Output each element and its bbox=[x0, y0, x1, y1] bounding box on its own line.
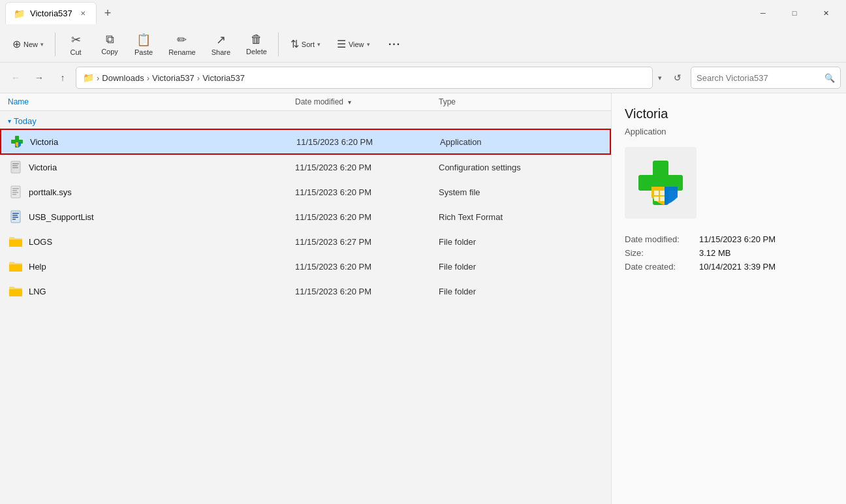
file-row-logs[interactable]: LOGS 11/15/2023 6:27 PM File folder bbox=[0, 229, 611, 254]
col-type-header[interactable]: Type bbox=[439, 97, 603, 106]
refresh-button[interactable]: ↺ bbox=[667, 67, 688, 88]
cut-button[interactable]: ✂ Cut bbox=[59, 28, 92, 61]
file-type-usb: Rich Text Format bbox=[439, 212, 603, 222]
new-tab-button[interactable]: + bbox=[99, 4, 117, 23]
svg-rect-3 bbox=[12, 163, 19, 165]
cfg-file-icon bbox=[9, 161, 22, 174]
more-label: ··· bbox=[388, 39, 401, 50]
file-date-logs: 11/15/2023 6:27 PM bbox=[295, 237, 439, 247]
separator-1 bbox=[55, 33, 55, 56]
rtf-file-icon bbox=[9, 210, 22, 223]
new-button[interactable]: ⊕ New ▾ bbox=[5, 33, 51, 55]
file-type-victoria-cfg: Configuration settings bbox=[439, 163, 603, 172]
file-type-porttalk: System file bbox=[439, 187, 603, 197]
address-dropdown-button[interactable]: ▾ bbox=[655, 74, 665, 82]
col-date-header[interactable]: Date modified ▾ bbox=[295, 97, 439, 106]
svg-rect-18 bbox=[654, 191, 659, 195]
main-content: Name Date modified ▾ Type ▾ Today bbox=[0, 93, 846, 504]
search-input[interactable] bbox=[697, 73, 822, 83]
breadcrumb-victoria537-2[interactable]: Victoria537 bbox=[202, 73, 245, 83]
file-name-usb: USB_SupportList bbox=[29, 212, 295, 222]
minimize-button[interactable]: ─ bbox=[748, 3, 778, 24]
file-type-victoria-app: Application bbox=[440, 137, 602, 147]
detail-info: Date modified: 11/15/2023 6:20 PM Size: … bbox=[625, 234, 833, 272]
sort-button[interactable]: ⇅ Sort ▾ bbox=[283, 33, 328, 55]
tab-close-button[interactable]: ✕ bbox=[78, 8, 88, 18]
up-button[interactable]: ↑ bbox=[52, 67, 73, 88]
breadcrumb-sep-3: › bbox=[197, 73, 200, 83]
file-row-porttalk[interactable]: porttalk.sys 11/15/2023 6:20 PM System f… bbox=[0, 180, 611, 204]
close-button[interactable]: ✕ bbox=[811, 3, 841, 24]
detail-icon-box bbox=[625, 147, 697, 219]
folder-icon-lng bbox=[8, 285, 23, 297]
file-icon-help bbox=[8, 259, 24, 274]
forward-button[interactable]: → bbox=[29, 67, 50, 88]
rename-button[interactable]: ✏ Rename bbox=[161, 28, 203, 61]
rename-label: Rename bbox=[168, 48, 196, 56]
sort-icon: ⇅ bbox=[290, 38, 299, 50]
file-icon-logs bbox=[8, 234, 24, 249]
detail-row-size: Size: 3.12 MB bbox=[625, 248, 833, 258]
file-type-logs: File folder bbox=[439, 237, 603, 247]
more-button[interactable]: ··· bbox=[379, 34, 411, 55]
file-row-victoria-cfg[interactable]: Victoria 11/15/2023 6:20 PM Configuratio… bbox=[0, 155, 611, 180]
group-today-header[interactable]: ▾ Today bbox=[0, 111, 611, 129]
file-icon-victoria-cfg bbox=[8, 159, 24, 175]
svg-rect-13 bbox=[12, 215, 18, 216]
breadcrumb-victoria537-1[interactable]: Victoria537 bbox=[152, 73, 195, 83]
file-type-help: File folder bbox=[439, 262, 603, 272]
share-icon: ↗ bbox=[216, 33, 226, 47]
detail-row-date-created: Date created: 10/14/2021 3:39 PM bbox=[625, 262, 833, 272]
title-bar-controls: ─ □ ✕ bbox=[748, 3, 841, 24]
file-name-help: Help bbox=[29, 262, 295, 272]
paste-button[interactable]: 📋 Paste bbox=[127, 28, 160, 61]
title-bar-left: 📁 Victoria537 ✕ + bbox=[5, 2, 116, 24]
svg-rect-10 bbox=[12, 194, 16, 195]
breadcrumb-downloads[interactable]: Downloads bbox=[102, 73, 144, 83]
view-button[interactable]: ☰ View ▾ bbox=[330, 33, 377, 55]
back-button[interactable]: ← bbox=[5, 67, 26, 88]
svg-rect-12 bbox=[12, 213, 19, 214]
folder-icon-logs bbox=[8, 236, 23, 247]
tab-folder-icon: 📁 bbox=[14, 8, 25, 19]
file-date-victoria-app: 11/15/2023 6:20 PM bbox=[296, 137, 440, 147]
group-chevron-icon: ▾ bbox=[8, 118, 11, 125]
col-type-label: Type bbox=[439, 97, 456, 106]
paste-label: Paste bbox=[134, 48, 153, 56]
separator-2 bbox=[278, 33, 279, 56]
file-row-help[interactable]: Help 11/15/2023 6:20 PM File folder bbox=[0, 254, 611, 279]
file-row-victoria-app[interactable]: Victoria 11/15/2023 6:20 PM Application bbox=[0, 129, 611, 155]
column-headers: Name Date modified ▾ Type bbox=[0, 93, 611, 111]
share-label: Share bbox=[212, 48, 230, 56]
maximize-button[interactable]: □ bbox=[779, 3, 809, 24]
detail-date-modified-value: 11/15/2023 6:20 PM bbox=[699, 234, 776, 244]
tab-victoria537[interactable]: 📁 Victoria537 ✕ bbox=[5, 2, 97, 24]
svg-rect-15 bbox=[12, 219, 16, 220]
copy-icon: ⧉ bbox=[106, 33, 114, 46]
sort-label: Sort bbox=[302, 40, 315, 48]
breadcrumb-folder-icon: 📁 bbox=[83, 72, 94, 83]
detail-size-label: Size: bbox=[625, 248, 697, 258]
copy-button[interactable]: ⧉ Copy bbox=[93, 28, 126, 60]
col-name-header[interactable]: Name bbox=[8, 97, 295, 106]
svg-rect-21 bbox=[660, 197, 665, 201]
file-name-victoria-app: Victoria bbox=[30, 137, 296, 147]
file-row-lng[interactable]: LNG 11/15/2023 6:20 PM File folder bbox=[0, 279, 611, 304]
search-icon[interactable]: 🔍 bbox=[824, 73, 835, 83]
file-date-lng: 11/15/2023 6:20 PM bbox=[295, 287, 439, 296]
cut-icon: ✂ bbox=[71, 33, 81, 47]
rename-icon: ✏ bbox=[177, 33, 187, 47]
search-box[interactable]: 🔍 bbox=[691, 67, 841, 89]
cut-label: Cut bbox=[70, 48, 81, 56]
detail-victoria-icon bbox=[634, 157, 687, 209]
detail-date-created-value: 10/14/2021 3:39 PM bbox=[699, 262, 776, 272]
victoria-app-icon bbox=[10, 134, 24, 149]
svg-rect-4 bbox=[12, 165, 18, 166]
file-name-lng: LNG bbox=[29, 287, 295, 296]
tab-title: Victoria537 bbox=[30, 8, 72, 18]
address-breadcrumb[interactable]: 📁 › Downloads › Victoria537 › Victoria53… bbox=[76, 67, 653, 89]
file-row-usb[interactable]: USB_SupportList 11/15/2023 6:20 PM Rich … bbox=[0, 204, 611, 229]
share-button[interactable]: ↗ Share bbox=[204, 28, 238, 61]
detail-title: Victoria bbox=[625, 106, 833, 121]
delete-button[interactable]: 🗑 Delete bbox=[239, 28, 274, 60]
